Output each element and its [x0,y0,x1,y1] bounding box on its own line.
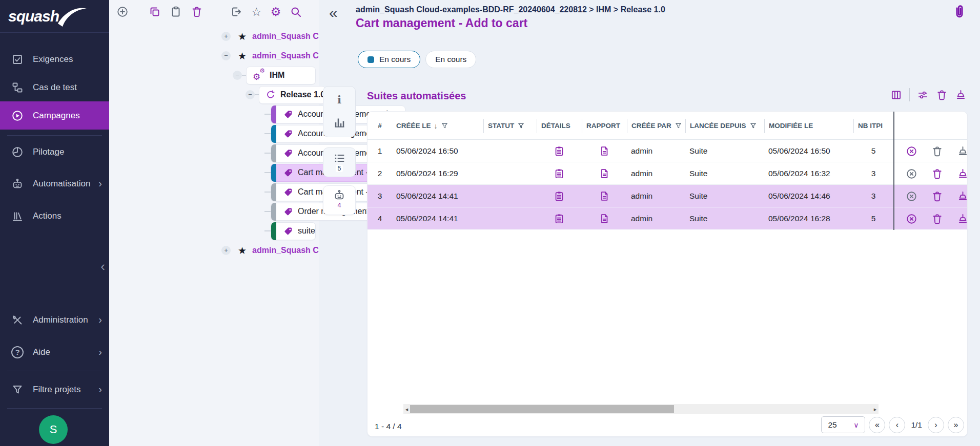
column-header-nb-itpi[interactable]: NB ITPI [853,119,893,133]
tree-item-suite[interactable]: Cart management - Update... [109,182,319,202]
last-page-button[interactable]: » [948,417,964,433]
filter-icon[interactable] [749,122,757,130]
column-header-creee-le[interactable]: CRÉÉE LE ↓ [392,119,483,133]
table-row[interactable]: 2 05/06/2024 16:29 admin Suite 05/06/202… [368,162,967,185]
information-icon[interactable]: i [337,95,341,105]
filter-settings-icon[interactable] [917,89,929,101]
attachments-paperclip-icon[interactable] [951,3,968,20]
table-row-selected[interactable]: 4 05/06/2024 14:41 admin Suite 05/06/202… [368,207,967,230]
paste-icon[interactable] [170,6,182,18]
collapse-icon[interactable]: − [221,51,231,60]
search-icon[interactable] [290,6,302,18]
expand-icon[interactable]: + [221,32,231,41]
column-header-lancee-depuis[interactable]: LANCÉE DEPUIS [685,119,764,133]
sidebar-item-aide[interactable]: ? Aide › [0,338,109,366]
filter-icon[interactable] [675,122,682,130]
sidebar-item-exigences[interactable]: Exigences [0,45,109,73]
filter-icon[interactable] [441,122,448,130]
breadcrumb[interactable]: admin_Squash Cloud-examples-BDD-RF_20240… [356,5,665,14]
delete-icon[interactable] [936,89,948,101]
create-new-icon[interactable] [116,6,129,18]
sort-descending-icon[interactable]: ↓ [434,122,438,130]
sidebar-collapse-icon[interactable]: ‹ [100,259,105,274]
report-document-icon[interactable] [599,213,610,224]
tree-item-suite[interactable]: Order management - Order... [109,202,319,221]
squash-logo[interactable]: squash [0,0,109,33]
automated-suites-panel-toggle[interactable]: 4 [323,185,356,215]
horizontal-scrollbar[interactable]: ◂ ▸ [403,404,879,414]
column-header-details[interactable]: DÉTAILS [537,119,582,133]
tree-item-project[interactable]: − ★ admin_Squash Cloud-examples-BDD-... [109,46,319,66]
delete-icon[interactable] [931,190,943,202]
sidebar-item-administration[interactable]: Administration › [0,306,109,334]
table-row-selected[interactable]: 3 05/06/2024 14:41 admin Suite 05/06/202… [368,185,967,207]
clean-broom-icon[interactable] [957,213,969,225]
previous-page-button[interactable]: ‹ [889,417,905,433]
settings-gear-icon[interactable]: ⚙ [271,6,281,18]
project-label[interactable]: admin_Squash Cloud-examples-nativ... [252,246,319,255]
panel-collapse-icon[interactable]: « [329,4,338,22]
column-header-statut[interactable]: STATUT [483,119,537,133]
sidebar-item-actions[interactable]: Actions [0,202,109,230]
scroll-right-icon[interactable]: ▸ [872,406,879,413]
tree-item-suite[interactable]: suite [109,221,319,241]
tree-card-iteration[interactable]: Release 1.0 [259,86,325,104]
tree-item-campaign-folder[interactable]: − ⚙⚙ IHM [109,66,319,85]
favorite-star-icon[interactable]: ☆ [251,6,262,18]
tree-item-suite[interactable]: Account management - Acc... [109,124,319,143]
collapse-icon[interactable]: − [233,71,242,80]
details-clipboard-icon[interactable] [554,168,565,179]
sidebar-item-automatisation[interactable]: Automatisation › [0,169,109,198]
page-size-select[interactable]: 25 ∨ [821,416,865,433]
details-clipboard-icon[interactable] [554,145,565,157]
export-icon[interactable] [230,6,242,18]
tree-item-iteration[interactable]: − Release 1.0 [109,85,319,104]
delete-icon[interactable] [931,168,943,180]
report-document-icon[interactable] [599,145,610,157]
executions-panel-toggle[interactable]: 5 [323,147,356,177]
cancel-execution-icon[interactable] [906,145,917,157]
next-page-button[interactable]: › [928,417,944,433]
status-chip-en-cours-selected[interactable]: En cours [358,51,420,68]
collapse-icon[interactable]: − [246,90,255,99]
scroll-left-icon[interactable]: ◂ [403,406,410,413]
scrollbar-thumb[interactable] [410,405,674,413]
filter-icon[interactable] [517,122,525,130]
details-clipboard-icon[interactable] [554,190,565,202]
status-chip-en-cours[interactable]: En cours [425,51,476,68]
details-clipboard-icon[interactable] [554,213,565,224]
table-row[interactable]: 1 05/06/2024 16:50 admin Suite 05/06/202… [368,140,967,162]
delete-icon[interactable] [191,6,203,18]
tree-item-suite[interactable]: Account management - Log... [109,143,319,163]
column-header-creee-par[interactable]: CRÉÉE PAR [627,119,685,133]
tree-card-campaign[interactable]: ⚙⚙ IHM [246,67,316,84]
sidebar-item-campagnes[interactable]: Campagnes [0,101,109,130]
report-document-icon[interactable] [599,190,610,202]
user-avatar[interactable]: S [39,415,68,444]
report-document-icon[interactable] [599,168,610,179]
delete-icon[interactable] [931,213,943,225]
project-label[interactable]: admin_Squash Cloud-examples-BDD-... [252,32,319,41]
first-page-button[interactable]: « [869,417,885,433]
tree-item-project[interactable]: + ★ admin_Squash Cloud-examples-BDD-... [109,27,319,46]
cancel-execution-icon[interactable] [906,213,917,225]
sidebar-item-pilotage[interactable]: Pilotage [0,138,109,166]
sidebar-item-filtre-projets[interactable]: Filtre projets › [0,375,109,403]
columns-icon[interactable] [890,89,902,101]
column-header-rapport[interactable]: RAPPORT [582,119,627,133]
column-header-num[interactable]: # [368,119,392,133]
clean-broom-icon[interactable] [957,145,969,157]
delete-icon[interactable] [931,145,943,157]
copy-icon[interactable] [149,6,161,18]
sidebar-item-cas-de-test[interactable]: Cas de test [0,73,109,101]
tree-item-suite-selected[interactable]: Cart management - Add to ... [109,163,319,182]
expand-icon[interactable]: + [221,246,231,255]
tree-card-suite[interactable]: suite [271,222,316,240]
column-header-modifiee-le[interactable]: MODIFIÉE LE [764,119,853,133]
cancel-execution-icon[interactable] [906,168,917,180]
clean-broom-icon[interactable] [957,190,969,202]
project-label[interactable]: admin_Squash Cloud-examples-BDD-... [252,51,319,60]
clean-broom-icon[interactable] [955,89,967,101]
cancel-execution-icon[interactable] [906,190,917,202]
dashboard-bars-icon[interactable] [333,116,345,129]
